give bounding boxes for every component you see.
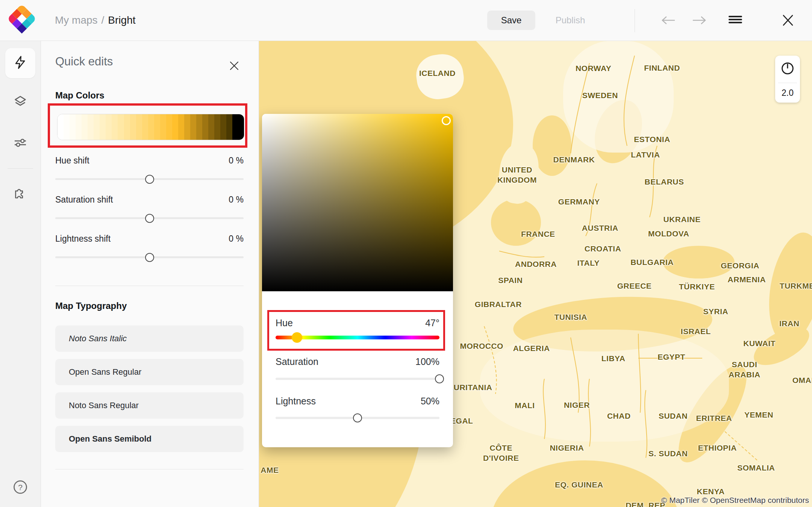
palette-swatch[interactable] xyxy=(178,114,184,140)
map-country-label: GREECE xyxy=(617,280,652,291)
map-country-label: DENMARK xyxy=(553,154,595,165)
annotation-box-hue xyxy=(267,310,445,351)
map-country-label: SOMALIA xyxy=(737,462,775,472)
palette-swatch[interactable] xyxy=(118,114,124,140)
save-button[interactable]: Save xyxy=(487,11,535,30)
lightness-shift-slider-knob[interactable] xyxy=(145,253,154,262)
palette-swatch[interactable] xyxy=(100,114,106,140)
map-country-label: UKRAINE xyxy=(663,214,700,224)
saturation-slider[interactable] xyxy=(276,378,439,380)
palette-swatch[interactable] xyxy=(88,114,94,140)
map-attribution[interactable]: © MapTiler © OpenStreetMap contributors xyxy=(661,496,809,505)
clock-icon xyxy=(780,61,795,77)
history-clock-button[interactable] xyxy=(775,56,800,83)
map-country-label: EQ. GUINEA xyxy=(555,480,603,490)
hue-slider-knob[interactable] xyxy=(292,332,302,343)
palette-swatch[interactable] xyxy=(154,114,160,140)
color-selection-ring[interactable] xyxy=(442,116,451,125)
map-country-label: KUWAIT xyxy=(743,338,776,348)
panel-close-icon[interactable] xyxy=(227,59,241,73)
palette-swatch[interactable] xyxy=(184,114,190,140)
map-country-label: FINLAND xyxy=(644,62,680,73)
palette-swatch[interactable] xyxy=(166,114,172,140)
map-country-label: ALGERIA xyxy=(513,343,550,353)
palette-swatch[interactable] xyxy=(58,114,64,140)
palette-swatch[interactable] xyxy=(220,114,226,140)
rail-divider xyxy=(8,168,33,169)
map-country-label: CÔTED'IVOIRE xyxy=(483,443,519,463)
palette-swatch[interactable] xyxy=(202,114,208,140)
palette-swatch[interactable] xyxy=(124,114,130,140)
hue-shift-slider[interactable] xyxy=(55,178,244,180)
sidebar-item-quick-edits[interactable] xyxy=(5,48,35,78)
palette-swatch[interactable] xyxy=(226,114,232,140)
menu-icon[interactable] xyxy=(729,14,745,28)
zoom-control: 2.0 xyxy=(775,56,800,103)
hue-label: Hue xyxy=(276,318,293,328)
saturation-slider-knob[interactable] xyxy=(435,374,444,383)
breadcrumb-current: Bright xyxy=(108,14,135,26)
map-country-label: LIBYA xyxy=(601,353,626,363)
map-country-label: CROATIA xyxy=(585,244,621,254)
saturation-shift-slider[interactable] xyxy=(55,217,244,219)
palette-swatch[interactable] xyxy=(94,114,100,140)
palette-swatch[interactable] xyxy=(70,114,76,140)
map-country-label: TURKME xyxy=(780,280,812,291)
hue-shift-header: Hue shift 0 % xyxy=(55,156,244,166)
map-canvas[interactable]: ICELANDNORWAYFINLANDSWEDENESTONIALATVIAD… xyxy=(259,41,812,507)
palette-swatch[interactable] xyxy=(172,114,178,140)
palette-swatch[interactable] xyxy=(232,114,244,140)
font-option[interactable]: Noto Sans Regular xyxy=(55,392,244,419)
font-list: Noto Sans ItalicOpen Sans RegularNoto Sa… xyxy=(55,325,244,459)
lightness-shift-slider[interactable] xyxy=(55,256,244,258)
palette-swatch[interactable] xyxy=(136,114,142,140)
palette-swatch[interactable] xyxy=(64,114,70,140)
map-country-label: BELARUS xyxy=(644,176,684,186)
hue-shift-slider-knob[interactable] xyxy=(145,175,154,184)
palette-swatch[interactable] xyxy=(190,114,196,140)
puzzle-icon xyxy=(13,186,28,202)
palette-swatch[interactable] xyxy=(130,114,136,140)
saturation-value-square[interactable] xyxy=(262,114,453,291)
publish-button[interactable]: Publish xyxy=(546,11,595,30)
undo-arrow-icon[interactable] xyxy=(660,14,677,27)
maptiler-logo[interactable] xyxy=(7,4,36,33)
map-country-label: GERMANY xyxy=(558,197,600,207)
palette-swatch[interactable] xyxy=(196,114,202,140)
help-icon: ? xyxy=(12,479,28,496)
sidebar-item-layers[interactable] xyxy=(9,91,32,114)
font-option[interactable]: Open Sans Semibold xyxy=(55,426,244,452)
lightness-slider-knob[interactable] xyxy=(353,413,362,422)
palette-swatch[interactable] xyxy=(142,114,148,140)
map-country-label: NIGERIA xyxy=(550,443,584,453)
help-button[interactable]: ? xyxy=(9,477,32,499)
map-country-label: OMAN xyxy=(792,375,812,385)
saturation-shift-slider-knob[interactable] xyxy=(145,214,154,223)
palette-swatch[interactable] xyxy=(82,114,88,140)
hue-slider[interactable] xyxy=(276,336,439,339)
palette-swatch[interactable] xyxy=(214,114,220,140)
map-color-palette[interactable] xyxy=(57,114,244,140)
redo-arrow-icon[interactable] xyxy=(691,14,707,27)
font-option[interactable]: Open Sans Regular xyxy=(55,359,244,385)
font-option[interactable]: Noto Sans Italic xyxy=(55,325,244,352)
palette-swatch[interactable] xyxy=(76,114,82,140)
saturation-shift-header: Saturation shift 0 % xyxy=(55,195,244,205)
breadcrumb-root[interactable]: My maps xyxy=(55,14,98,26)
palette-swatch[interactable] xyxy=(148,114,154,140)
map-country-label: IRAN xyxy=(779,318,799,328)
close-window-icon[interactable] xyxy=(780,14,796,27)
palette-swatch[interactable] xyxy=(160,114,166,140)
sidebar-item-plugins[interactable] xyxy=(9,183,32,205)
lightness-slider[interactable] xyxy=(276,417,439,419)
map-country-label: ITALY xyxy=(577,257,600,268)
palette-swatch[interactable] xyxy=(106,114,112,140)
color-picker-popup: Hue 47° Saturation 100% Lightness 50% xyxy=(262,114,453,447)
map-country-label: SWEDEN xyxy=(582,90,618,100)
palette-swatch[interactable] xyxy=(112,114,118,140)
hue-shift-row: Hue shift 0 % xyxy=(55,153,244,192)
map-country-label: SAUDIARABIA xyxy=(729,359,760,380)
sidebar-item-adjustments[interactable] xyxy=(9,132,32,155)
shift-sliders: Hue shift 0 % Saturation shift 0 % Light… xyxy=(55,153,244,270)
palette-swatch[interactable] xyxy=(208,114,214,140)
